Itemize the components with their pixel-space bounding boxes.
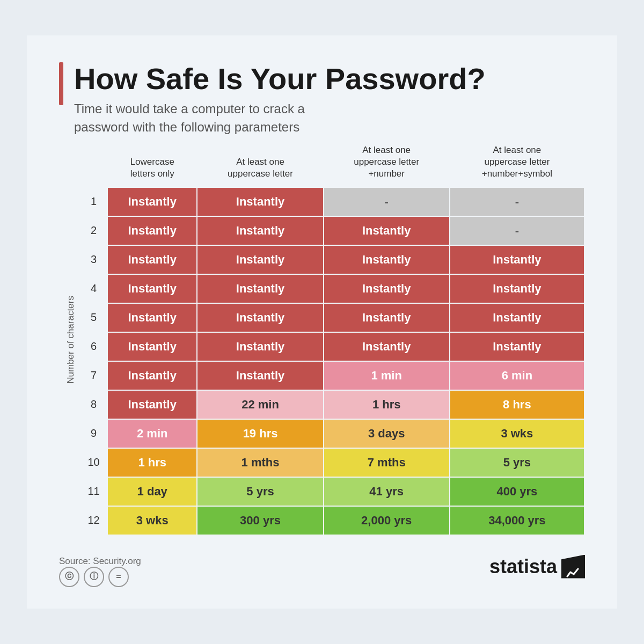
table-cell: Instantly	[107, 390, 197, 419]
table-cell: Instantly	[107, 274, 197, 303]
table-row: 8Instantly22 min1 hrs8 hrs	[80, 390, 584, 419]
table-cell: 1 hrs	[324, 390, 450, 419]
title-bar-accent	[59, 62, 63, 105]
row-number: 3	[80, 245, 107, 274]
table-cell: 1 mths	[197, 448, 323, 477]
cc-icon-nd: =	[108, 567, 129, 587]
title-section: How Safe Is Your Password? Time it would…	[59, 62, 585, 136]
table-cell: Instantly	[197, 187, 323, 216]
table-cell: -	[450, 216, 584, 245]
table-cell: 7 mths	[324, 448, 450, 477]
table-cell: 19 hrs	[197, 419, 323, 448]
col-header-lowercase: Lowercaseletters only	[107, 144, 197, 187]
col-header-uppercase-num: At least oneuppercase letter+number	[324, 144, 450, 187]
table-cell: 2,000 yrs	[324, 506, 450, 535]
table-cell: Instantly	[324, 216, 450, 245]
table-cell: Instantly	[450, 303, 584, 332]
col-header-empty	[80, 144, 107, 187]
table-cell: 3 days	[324, 419, 450, 448]
table-cell: Instantly	[197, 332, 323, 361]
table-cell: Instantly	[197, 361, 323, 390]
table-cell: 41 yrs	[324, 477, 450, 506]
row-number: 11	[80, 477, 107, 506]
row-number: 12	[80, 506, 107, 535]
table-cell: -	[450, 187, 584, 216]
statista-icon	[561, 555, 585, 579]
table-cell: Instantly	[324, 303, 450, 332]
table-cell: 34,000 yrs	[450, 506, 584, 535]
table-cell: Instantly	[324, 332, 450, 361]
table-row: 101 hrs1 mths7 mths5 yrs	[80, 448, 584, 477]
table-row: 123 wks300 yrs2,000 yrs34,000 yrs	[80, 506, 584, 535]
subtitle: Time it would take a computer to crack a…	[74, 100, 486, 136]
table-cell: 1 min	[324, 361, 450, 390]
y-axis-label: Number of characters	[65, 296, 76, 384]
table-cell: 3 wks	[450, 419, 584, 448]
table-cell: Instantly	[107, 216, 197, 245]
table-cell: -	[324, 187, 450, 216]
row-number: 2	[80, 216, 107, 245]
table-row: 4InstantlyInstantlyInstantlyInstantly	[80, 274, 584, 303]
password-table: Lowercaseletters only At least oneupperc…	[80, 144, 585, 535]
row-number: 7	[80, 361, 107, 390]
cc-icons: ⓒ ⓘ =	[59, 567, 141, 587]
table-cell: Instantly	[107, 332, 197, 361]
table-cell: Instantly	[107, 303, 197, 332]
statista-icon-svg	[566, 565, 580, 579]
table-cell: 400 yrs	[450, 477, 584, 506]
table-cell: Instantly	[450, 274, 584, 303]
infographic-card: How Safe Is Your Password? Time it would…	[27, 35, 617, 608]
table-row: 2InstantlyInstantlyInstantly-	[80, 216, 584, 245]
table-row: 1InstantlyInstantly--	[80, 187, 584, 216]
table-cell: 8 hrs	[450, 390, 584, 419]
table-cell: Instantly	[324, 274, 450, 303]
table-cell: Instantly	[197, 216, 323, 245]
table-row: 7InstantlyInstantly1 min6 min	[80, 361, 584, 390]
statista-wordmark: statista	[489, 555, 557, 578]
table-cell: Instantly	[450, 332, 584, 361]
table-cell: Instantly	[324, 245, 450, 274]
col-header-uppercase: At least oneuppercase letter	[197, 144, 323, 187]
source-citation: Source: Security.org ⓒ ⓘ =	[59, 546, 141, 587]
cc-icon-cc: ⓒ	[59, 567, 79, 587]
row-number: 8	[80, 390, 107, 419]
row-number: 4	[80, 274, 107, 303]
table-row: 5InstantlyInstantlyInstantlyInstantly	[80, 303, 584, 332]
cc-icon-by: ⓘ	[84, 567, 104, 587]
table-row: 6InstantlyInstantlyInstantlyInstantly	[80, 332, 584, 361]
table-cell: 5 yrs	[197, 477, 323, 506]
table-row: 92 min19 hrs3 days3 wks	[80, 419, 584, 448]
table-cell: Instantly	[107, 245, 197, 274]
table-cell: 2 min	[107, 419, 197, 448]
table-row: 3InstantlyInstantlyInstantlyInstantly	[80, 245, 584, 274]
row-number: 10	[80, 448, 107, 477]
row-number: 6	[80, 332, 107, 361]
table-wrapper: Number of characters Lowercaseletters on…	[59, 144, 585, 535]
table-cell: Instantly	[107, 187, 197, 216]
table-cell: Instantly	[197, 245, 323, 274]
table-row: 111 day5 yrs41 yrs400 yrs	[80, 477, 584, 506]
table-cell: 5 yrs	[450, 448, 584, 477]
table-cell: 1 day	[107, 477, 197, 506]
table-cell: 1 hrs	[107, 448, 197, 477]
main-title: How Safe Is Your Password?	[74, 62, 486, 96]
row-number: 9	[80, 419, 107, 448]
statista-logo: statista	[489, 555, 585, 579]
footer: Source: Security.org ⓒ ⓘ = statista	[59, 546, 585, 587]
table-cell: Instantly	[197, 303, 323, 332]
title-text-block: How Safe Is Your Password? Time it would…	[74, 62, 486, 136]
table-cell: 300 yrs	[197, 506, 323, 535]
column-header-row: Lowercaseletters only At least oneupperc…	[80, 144, 584, 187]
table-cell: Instantly	[450, 245, 584, 274]
row-number: 1	[80, 187, 107, 216]
table-cell: 22 min	[197, 390, 323, 419]
col-header-uppercase-num-sym: At least oneuppercase letter+number+symb…	[450, 144, 584, 187]
table-cell: Instantly	[107, 361, 197, 390]
source-text: Source: Security.org	[59, 556, 141, 567]
table-cell: 6 min	[450, 361, 584, 390]
table-cell: Instantly	[197, 274, 323, 303]
table-cell: 3 wks	[107, 506, 197, 535]
row-number: 5	[80, 303, 107, 332]
